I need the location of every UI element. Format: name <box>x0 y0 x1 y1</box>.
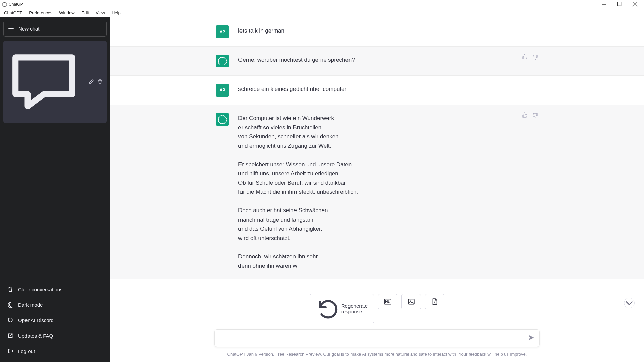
sidebar-item-label: OpenAI Discord <box>18 317 54 323</box>
updates-faq-button[interactable]: Updates & FAQ <box>3 328 107 343</box>
scroll-to-bottom-button[interactable] <box>624 298 635 308</box>
plus-icon <box>8 26 14 32</box>
titlebar: ChatGPT <box>0 0 644 9</box>
trash-icon <box>7 286 13 292</box>
regenerate-button[interactable]: Regenerate response <box>310 294 374 323</box>
window-title: ChatGPT <box>9 2 25 7</box>
logout-button[interactable]: Log out <box>3 343 107 359</box>
main: AP lets talk in german Gerne, worüber mö… <box>110 17 644 362</box>
app-icon <box>2 2 7 7</box>
message-user: AP lets talk in german <box>110 17 644 46</box>
message-assistant: Gerne, worüber möchtest du gerne spreche… <box>110 46 644 76</box>
clear-conversations-button[interactable]: Clear conversations <box>3 282 107 297</box>
pdf-icon <box>431 298 438 305</box>
markdown-icon <box>384 298 391 305</box>
send-icon <box>528 334 535 341</box>
user-avatar: AP <box>216 84 229 97</box>
message-assistant: Der Computer ist wie ein Wunderwerk er s… <box>110 105 644 279</box>
message-text: schreibe ein kleines gedicht über comput… <box>238 84 538 97</box>
minimize-button[interactable] <box>601 1 607 7</box>
send-button[interactable] <box>528 334 535 342</box>
sidebar-item-label: Log out <box>18 348 35 354</box>
new-chat-label: New chat <box>18 26 40 32</box>
menu-item[interactable]: Edit <box>78 9 92 16</box>
menu-item[interactable]: Preferences <box>25 9 56 16</box>
trash-icon[interactable] <box>97 79 103 84</box>
regenerate-label: Regenerate response <box>341 303 368 314</box>
sidebar-item-label: Updates & FAQ <box>18 333 53 339</box>
discord-button[interactable]: OpenAI Discord <box>3 312 107 328</box>
menu-item[interactable]: ChatGPT <box>1 9 25 16</box>
new-chat-button[interactable]: New chat <box>3 21 107 37</box>
moon-icon <box>7 302 13 308</box>
dark-mode-button[interactable]: Dark mode <box>3 297 107 312</box>
thumbs-up-icon[interactable] <box>522 112 528 118</box>
discord-icon <box>7 317 13 323</box>
export-pdf-button[interactable] <box>425 294 444 309</box>
sidebar: New chat German language conv Clear conv… <box>0 17 110 362</box>
edit-icon[interactable] <box>89 79 94 84</box>
thumbs-up-icon[interactable] <box>522 54 528 60</box>
menu-item[interactable]: Help <box>108 9 124 16</box>
chat-icon <box>7 45 80 118</box>
sidebar-item-label: Clear conversations <box>18 287 63 292</box>
assistant-avatar <box>216 55 229 67</box>
image-icon <box>408 298 415 305</box>
message-text: lets talk in german <box>238 25 538 38</box>
close-button[interactable] <box>632 1 638 7</box>
logout-icon <box>7 348 13 354</box>
message-text: Gerne, worüber möchtest du gerne spreche… <box>238 55 538 67</box>
refresh-icon <box>316 298 338 320</box>
message-user: AP schreibe ein kleines gedicht über com… <box>110 76 644 105</box>
thumbs-down-icon[interactable] <box>532 54 538 60</box>
menu-item[interactable]: View <box>92 9 108 16</box>
user-avatar: AP <box>216 25 229 38</box>
thumbs-down-icon[interactable] <box>532 112 538 118</box>
menubar: ChatGPT Preferences Window Edit View Hel… <box>0 9 644 17</box>
assistant-avatar <box>216 113 229 126</box>
external-icon <box>7 333 13 339</box>
sidebar-item-label: Dark mode <box>18 302 43 308</box>
export-image-button[interactable] <box>401 294 421 309</box>
menu-item[interactable]: Window <box>56 9 78 16</box>
maximize-button[interactable] <box>616 1 623 7</box>
conversation-item[interactable]: German language conv <box>3 41 107 123</box>
export-markdown-button[interactable] <box>378 294 397 309</box>
message-text: Der Computer ist wie ein Wunderwerk er s… <box>238 113 538 270</box>
message-input[interactable] <box>221 335 521 341</box>
composer <box>214 329 540 347</box>
